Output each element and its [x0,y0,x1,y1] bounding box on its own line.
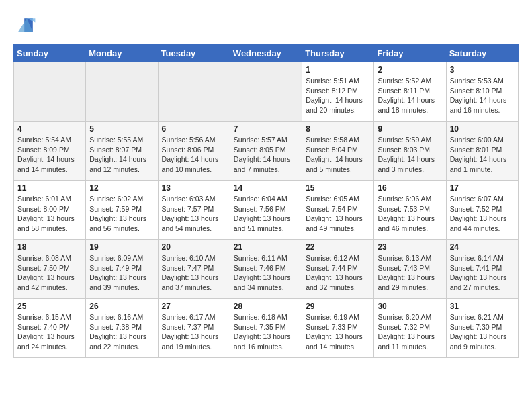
calendar-cell: 11 Sunrise: 6:01 AM Sunset: 8:00 PM Dayl… [14,181,86,240]
calendar-cell: 30 Sunrise: 6:20 AM Sunset: 7:32 PM Dayl… [374,299,446,358]
column-header-sunday: Sunday [14,45,86,62]
day-number: 4 [17,124,82,134]
calendar-cell: 13 Sunrise: 6:03 AM Sunset: 7:57 PM Dayl… [158,181,230,240]
day-info: Sunrise: 6:20 AM Sunset: 7:32 PM Dayligh… [378,312,442,352]
column-header-saturday: Saturday [446,45,518,62]
day-info: Sunrise: 6:16 AM Sunset: 7:38 PM Dayligh… [89,312,154,352]
calendar-cell [86,62,158,122]
day-info: Sunrise: 5:54 AM Sunset: 8:09 PM Dayligh… [17,135,82,175]
day-number: 30 [378,302,442,311]
day-info: Sunrise: 5:56 AM Sunset: 8:06 PM Dayligh… [162,135,226,175]
logo [13,13,42,38]
calendar-cell: 2 Sunrise: 5:52 AM Sunset: 8:11 PM Dayli… [374,62,446,122]
calendar-cell: 22 Sunrise: 6:12 AM Sunset: 7:44 PM Dayl… [302,240,374,299]
calendar-cell [158,62,230,122]
day-number: 12 [89,183,154,193]
calendar-cell: 26 Sunrise: 6:16 AM Sunset: 7:38 PM Dayl… [86,299,158,358]
logo-icon [13,13,38,38]
calendar-cell: 28 Sunrise: 6:18 AM Sunset: 7:35 PM Dayl… [230,299,302,358]
day-info: Sunrise: 6:06 AM Sunset: 7:53 PM Dayligh… [378,194,442,234]
day-info: Sunrise: 5:58 AM Sunset: 8:04 PM Dayligh… [306,135,370,175]
calendar-cell: 4 Sunrise: 5:54 AM Sunset: 8:09 PM Dayli… [14,122,86,181]
day-number: 21 [234,242,298,252]
calendar-cell: 1 Sunrise: 5:51 AM Sunset: 8:12 PM Dayli… [302,62,374,122]
day-number: 31 [450,302,515,311]
day-number: 5 [89,124,154,134]
calendar-cell: 15 Sunrise: 6:05 AM Sunset: 7:54 PM Dayl… [302,181,374,240]
calendar-table: SundayMondayTuesdayWednesdayThursdayFrid… [13,44,519,358]
day-info: Sunrise: 6:17 AM Sunset: 7:37 PM Dayligh… [162,312,226,352]
day-info: Sunrise: 6:05 AM Sunset: 7:54 PM Dayligh… [306,194,370,234]
day-info: Sunrise: 6:13 AM Sunset: 7:43 PM Dayligh… [378,253,442,293]
day-info: Sunrise: 5:52 AM Sunset: 8:11 PM Dayligh… [378,76,442,116]
day-info: Sunrise: 6:01 AM Sunset: 8:00 PM Dayligh… [17,194,82,234]
day-number: 20 [162,242,226,252]
calendar-cell: 19 Sunrise: 6:09 AM Sunset: 7:49 PM Dayl… [86,240,158,299]
day-number: 17 [450,183,515,193]
day-info: Sunrise: 6:14 AM Sunset: 7:41 PM Dayligh… [450,253,515,293]
day-info: Sunrise: 6:19 AM Sunset: 7:33 PM Dayligh… [306,312,370,352]
day-number: 2 [378,65,442,75]
day-number: 19 [89,242,154,252]
calendar-cell: 9 Sunrise: 5:59 AM Sunset: 8:03 PM Dayli… [374,122,446,181]
day-info: Sunrise: 6:04 AM Sunset: 7:56 PM Dayligh… [234,194,298,234]
day-info: Sunrise: 5:57 AM Sunset: 8:05 PM Dayligh… [234,135,298,175]
calendar-cell: 3 Sunrise: 5:53 AM Sunset: 8:10 PM Dayli… [446,62,518,122]
calendar-cell: 10 Sunrise: 6:00 AM Sunset: 8:01 PM Dayl… [446,122,518,181]
calendar-cell: 17 Sunrise: 6:07 AM Sunset: 7:52 PM Dayl… [446,181,518,240]
day-number: 28 [234,302,298,311]
calendar-cell: 8 Sunrise: 5:58 AM Sunset: 8:04 PM Dayli… [302,122,374,181]
calendar-cell: 18 Sunrise: 6:08 AM Sunset: 7:50 PM Dayl… [14,240,86,299]
day-number: 22 [306,242,370,252]
day-info: Sunrise: 6:10 AM Sunset: 7:47 PM Dayligh… [162,253,226,293]
page-header [13,13,519,38]
calendar-cell: 16 Sunrise: 6:06 AM Sunset: 7:53 PM Dayl… [374,181,446,240]
day-info: Sunrise: 5:55 AM Sunset: 8:07 PM Dayligh… [89,135,154,175]
day-info: Sunrise: 6:08 AM Sunset: 7:50 PM Dayligh… [17,253,82,293]
calendar-cell: 6 Sunrise: 5:56 AM Sunset: 8:06 PM Dayli… [158,122,230,181]
day-number: 8 [306,124,370,134]
day-number: 15 [306,183,370,193]
calendar-cell: 12 Sunrise: 6:02 AM Sunset: 7:59 PM Dayl… [86,181,158,240]
day-info: Sunrise: 6:21 AM Sunset: 7:30 PM Dayligh… [450,312,515,352]
calendar-cell: 27 Sunrise: 6:17 AM Sunset: 7:37 PM Dayl… [158,299,230,358]
day-number: 25 [17,302,82,311]
calendar-cell [14,62,86,122]
column-header-thursday: Thursday [302,45,374,62]
day-info: Sunrise: 6:12 AM Sunset: 7:44 PM Dayligh… [306,253,370,293]
day-number: 7 [234,124,298,134]
day-number: 16 [378,183,442,193]
day-info: Sunrise: 6:09 AM Sunset: 7:49 PM Dayligh… [89,253,154,293]
column-header-tuesday: Tuesday [158,45,230,62]
day-info: Sunrise: 6:00 AM Sunset: 8:01 PM Dayligh… [450,135,515,175]
day-number: 3 [450,65,515,75]
day-number: 9 [378,124,442,134]
day-number: 27 [162,302,226,311]
day-info: Sunrise: 6:07 AM Sunset: 7:52 PM Dayligh… [450,194,515,234]
day-number: 1 [306,65,370,75]
day-number: 10 [450,124,515,134]
day-number: 6 [162,124,226,134]
calendar-cell: 20 Sunrise: 6:10 AM Sunset: 7:47 PM Dayl… [158,240,230,299]
column-header-monday: Monday [86,45,158,62]
calendar-cell [230,62,302,122]
calendar-cell: 24 Sunrise: 6:14 AM Sunset: 7:41 PM Dayl… [446,240,518,299]
calendar-cell: 5 Sunrise: 5:55 AM Sunset: 8:07 PM Dayli… [86,122,158,181]
calendar-cell: 23 Sunrise: 6:13 AM Sunset: 7:43 PM Dayl… [374,240,446,299]
calendar-cell: 29 Sunrise: 6:19 AM Sunset: 7:33 PM Dayl… [302,299,374,358]
day-info: Sunrise: 5:51 AM Sunset: 8:12 PM Dayligh… [306,76,370,116]
day-info: Sunrise: 5:59 AM Sunset: 8:03 PM Dayligh… [378,135,442,175]
day-number: 13 [162,183,226,193]
column-header-friday: Friday [374,45,446,62]
day-info: Sunrise: 5:53 AM Sunset: 8:10 PM Dayligh… [450,76,515,116]
day-number: 29 [306,302,370,311]
day-info: Sunrise: 6:03 AM Sunset: 7:57 PM Dayligh… [162,194,226,234]
calendar-cell: 21 Sunrise: 6:11 AM Sunset: 7:46 PM Dayl… [230,240,302,299]
calendar-cell: 31 Sunrise: 6:21 AM Sunset: 7:30 PM Dayl… [446,299,518,358]
calendar-cell: 14 Sunrise: 6:04 AM Sunset: 7:56 PM Dayl… [230,181,302,240]
day-number: 24 [450,242,515,252]
day-info: Sunrise: 6:02 AM Sunset: 7:59 PM Dayligh… [89,194,154,234]
column-header-wednesday: Wednesday [230,45,302,62]
day-info: Sunrise: 6:11 AM Sunset: 7:46 PM Dayligh… [234,253,298,293]
day-number: 23 [378,242,442,252]
